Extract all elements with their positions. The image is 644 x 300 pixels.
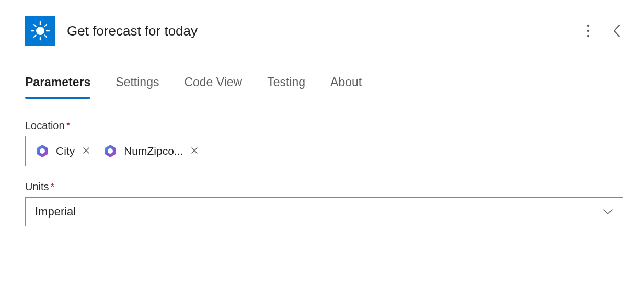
panel-header: Get forecast for today: [25, 16, 623, 46]
more-options-button[interactable]: [584, 22, 592, 40]
token-label: City: [56, 145, 75, 157]
action-title: Get forecast for today: [67, 23, 198, 39]
token-remove-city[interactable]: [81, 146, 91, 156]
token-numzipco[interactable]: NumZipco...: [99, 141, 203, 161]
close-icon: [191, 147, 198, 154]
units-label: Units*: [25, 181, 54, 193]
svg-point-0: [36, 27, 44, 35]
svg-line-8: [45, 25, 47, 27]
required-indicator: *: [51, 181, 55, 192]
tab-testing[interactable]: Testing: [267, 75, 305, 95]
svg-point-15: [108, 148, 113, 154]
divider: [25, 241, 623, 241]
weather-sunny-icon: [25, 16, 55, 46]
units-value: Imperial: [35, 205, 76, 218]
token-remove-numzipco[interactable]: [189, 146, 200, 156]
location-label: Location*: [25, 120, 70, 132]
tab-code-view[interactable]: Code View: [184, 75, 242, 95]
dynamic-content-icon: [34, 143, 51, 159]
header-actions: [584, 21, 623, 40]
svg-point-9: [587, 25, 589, 27]
chevron-left-icon: [613, 24, 621, 38]
dynamic-content-icon: [102, 143, 119, 159]
required-indicator: *: [66, 120, 71, 131]
location-input[interactable]: City: [25, 136, 623, 166]
more-vertical-icon: [586, 24, 590, 38]
svg-point-12: [40, 148, 45, 154]
svg-line-6: [45, 36, 47, 38]
tab-list: Parameters Settings Code View Testing Ab…: [25, 75, 623, 95]
svg-line-7: [34, 36, 36, 38]
svg-line-5: [34, 25, 36, 27]
field-units-group: Units* Imperial: [25, 181, 623, 226]
chevron-down-icon: [603, 209, 613, 215]
tab-settings[interactable]: Settings: [116, 75, 159, 95]
token-label: NumZipco...: [124, 145, 183, 157]
token-city[interactable]: City: [31, 141, 95, 161]
tab-about[interactable]: About: [330, 75, 362, 95]
units-select[interactable]: Imperial: [25, 197, 623, 226]
action-panel: Get forecast for today Parameters Settin…: [0, 0, 644, 241]
location-label-text: Location: [25, 120, 65, 131]
close-icon: [83, 147, 89, 154]
collapse-button[interactable]: [611, 21, 623, 40]
svg-point-10: [587, 30, 589, 32]
svg-point-11: [587, 35, 589, 37]
field-location-group: Location*: [25, 120, 623, 166]
units-label-text: Units: [25, 181, 49, 192]
tab-parameters[interactable]: Parameters: [25, 75, 90, 95]
